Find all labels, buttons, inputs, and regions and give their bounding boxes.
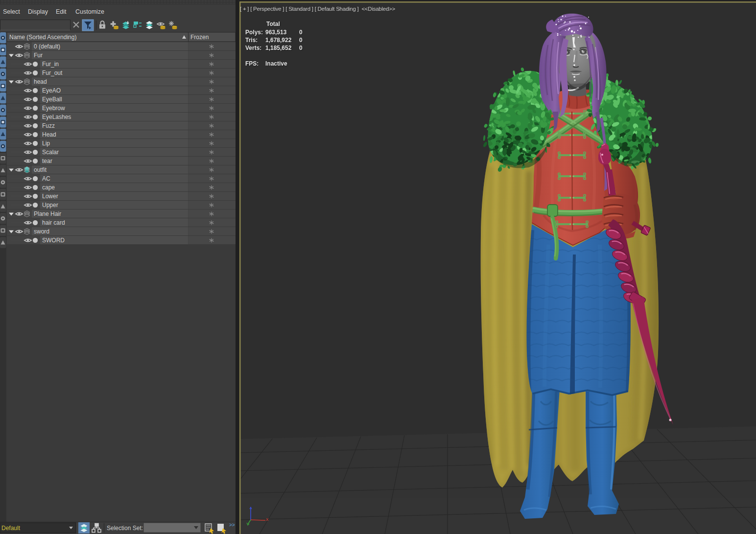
svg-text:Name (Sorted Ascending): Name (Sorted Ascending) [9,34,76,41]
svg-text:Lower: Lower [42,193,58,200]
svg-text:Upper: Upper [42,202,58,209]
svg-text:Fur_in: Fur_in [42,61,59,68]
svg-text:head: head [34,78,47,85]
svg-text:Plane Hair: Plane Hair [34,210,61,217]
svg-text:Scalar: Scalar [42,149,59,156]
svg-text:Frozen: Frozen [190,34,209,41]
svg-text:Lip: Lip [42,140,50,147]
svg-text:EyeAO: EyeAO [42,87,61,94]
svg-text:Fuzz: Fuzz [42,122,55,129]
svg-text:Fur: Fur [34,52,43,59]
svg-text:Default: Default [1,525,21,532]
svg-text:tear: tear [42,158,52,164]
svg-text:Head: Head [42,131,56,138]
svg-text:EyeBall: EyeBall [42,96,62,103]
svg-text:AC: AC [42,175,50,182]
svg-text:sword: sword [34,228,49,235]
svg-text:EyeLashes: EyeLashes [42,114,71,120]
svg-text:SWORD: SWORD [42,237,65,244]
svg-text:Selection Set:: Selection Set: [107,525,143,532]
svg-text:outfit: outfit [34,166,47,173]
svg-text:0 (default): 0 (default) [34,43,60,50]
svg-text:hair card: hair card [42,219,65,226]
svg-text:cape: cape [42,184,55,191]
svg-text:>>: >> [229,522,235,528]
svg-text:Eyebrow: Eyebrow [42,105,65,112]
svg-text:Fur_out: Fur_out [42,70,63,76]
